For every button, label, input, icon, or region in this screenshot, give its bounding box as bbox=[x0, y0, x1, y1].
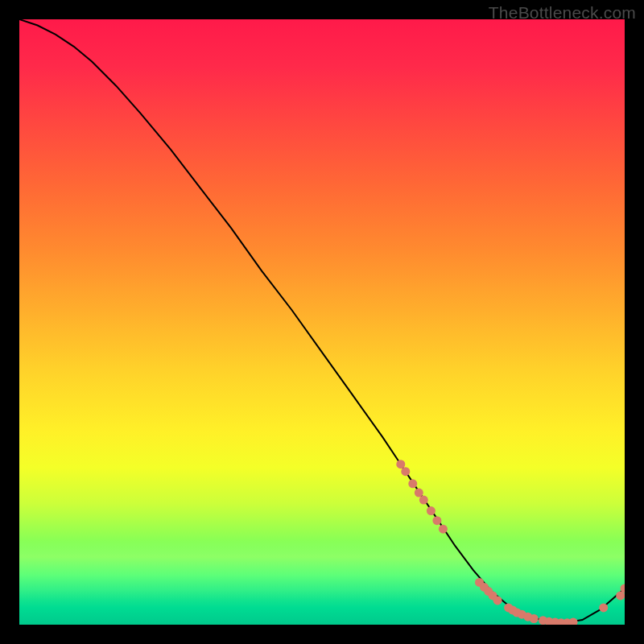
chart-marker bbox=[432, 516, 441, 525]
chart-marker bbox=[493, 596, 502, 605]
chart-marker bbox=[419, 496, 428, 505]
chart-marker bbox=[401, 467, 410, 476]
chart-marker bbox=[415, 489, 423, 497]
chart-plot-area bbox=[19, 19, 625, 625]
watermark-text: TheBottleneck.com bbox=[489, 3, 636, 23]
chart-marker bbox=[569, 618, 578, 625]
chart-marker bbox=[530, 614, 539, 623]
chart-marker bbox=[408, 479, 417, 488]
chart-line bbox=[19, 19, 625, 623]
chart-marker bbox=[396, 460, 405, 469]
chart-marker bbox=[439, 525, 448, 534]
chart-marker bbox=[427, 506, 436, 515]
chart-svg bbox=[19, 19, 625, 625]
chart-markers bbox=[396, 460, 625, 625]
chart-marker bbox=[599, 603, 608, 612]
